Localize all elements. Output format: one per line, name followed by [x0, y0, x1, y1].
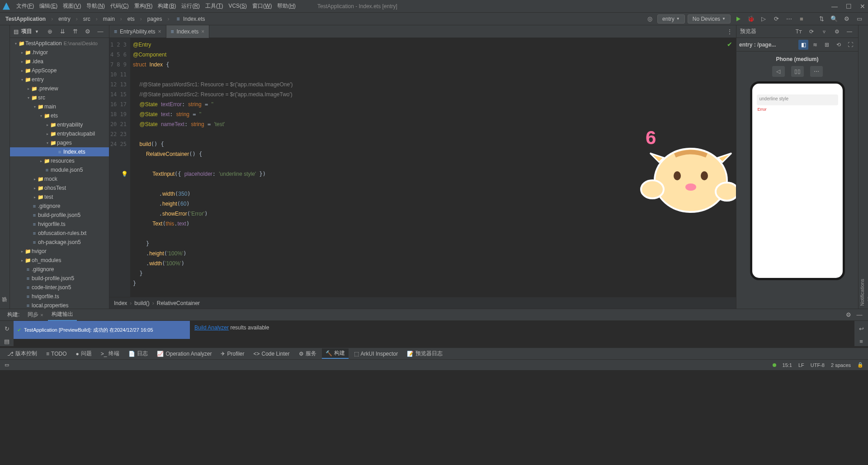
editor-breadcrumb[interactable]: Index›build()›RelativeContainer: [109, 297, 736, 309]
locate-icon[interactable]: ⊕: [45, 27, 55, 37]
tree-item[interactable]: ≡ Index.ets: [10, 147, 109, 156]
build-settings-icon[interactable]: [844, 310, 854, 320]
stop-icon[interactable]: [797, 14, 807, 24]
tree-item[interactable]: ▸📁 .hvigor: [10, 48, 109, 57]
bottom-tool[interactable]: ●问题: [72, 349, 95, 358]
tree-caret-icon[interactable]: ▸: [33, 177, 37, 181]
bottom-tool[interactable]: ⚙服务: [295, 349, 320, 358]
tree-item[interactable]: ▾📁 main: [10, 102, 109, 111]
tree-item[interactable]: ≡ .gitignore: [10, 265, 109, 274]
project-tree[interactable]: ▾📁 TestApplicationE:\nana\Deskto▸📁 .hvig…: [10, 38, 109, 309]
hide-build-icon[interactable]: —: [854, 310, 864, 320]
breadcrumb-segment[interactable]: pages: [146, 15, 164, 23]
tree-item[interactable]: ▸📁 .preview: [10, 84, 109, 93]
tree-caret-icon[interactable]: ▸: [26, 87, 31, 91]
tree-item[interactable]: ▾📁 src: [10, 93, 109, 102]
soft-wrap-icon[interactable]: ↩: [856, 324, 866, 333]
tree-item[interactable]: ▸📁 mock: [10, 174, 109, 183]
maximize-button[interactable]: ☐: [846, 3, 852, 10]
tree-item[interactable]: ▸📁 entrybackupabil: [10, 129, 109, 138]
collapse-icon[interactable]: ⇊: [57, 27, 67, 37]
tree-item[interactable]: ▸📁 oh_modules: [10, 256, 109, 265]
bottom-tool[interactable]: 📈Operation Analyzer: [153, 350, 215, 358]
coverage-icon[interactable]: [759, 14, 769, 24]
tree-caret-icon[interactable]: ▸: [20, 258, 24, 263]
reload-icon[interactable]: [771, 14, 781, 24]
bottom-tool[interactable]: ⎇版本控制: [4, 349, 41, 358]
bottom-tool[interactable]: ✈Profiler: [217, 350, 248, 358]
tree-item[interactable]: ▾📁 entry: [10, 75, 109, 84]
hide-tool-windows-icon[interactable]: ▭: [854, 14, 864, 24]
build-tab[interactable]: 同步×: [24, 309, 47, 320]
breadcrumb-segment[interactable]: ets: [126, 15, 137, 23]
bottom-tool[interactable]: 📄日志: [125, 349, 151, 358]
refresh-preview-icon[interactable]: ⟳: [807, 27, 816, 37]
bottom-tool[interactable]: 🔨构建: [322, 348, 349, 359]
tree-caret-icon[interactable]: ▸: [45, 123, 50, 127]
tree-item[interactable]: ▸📁 .idea: [10, 57, 109, 66]
editor-bc-segment[interactable]: build(): [134, 300, 149, 306]
bottom-tool[interactable]: 📝预览器日志: [403, 349, 446, 358]
tree-caret-icon[interactable]: ▸: [20, 51, 24, 55]
status-indent[interactable]: 2 spaces: [831, 362, 851, 368]
breadcrumb-segment[interactable]: ≡ Index.ets: [173, 15, 207, 23]
editor-bc-segment[interactable]: RelativeContainer: [157, 300, 200, 306]
tree-item[interactable]: ≡ obfuscation-rules.txt: [10, 229, 109, 238]
close-tab-icon[interactable]: ×: [158, 28, 161, 35]
menu-视图[interactable]: 视图(V): [60, 2, 84, 10]
preview-entry-label[interactable]: entry : /page...: [739, 42, 797, 48]
close-icon[interactable]: ×: [40, 312, 43, 318]
bottom-tool[interactable]: <>Code Linter: [250, 350, 293, 358]
scroll-end-icon[interactable]: ≡: [856, 336, 866, 346]
menu-重构[interactable]: 重构(R): [132, 2, 156, 10]
tree-item[interactable]: ▸📁 hvigor: [10, 247, 109, 256]
run-icon[interactable]: [733, 14, 743, 24]
phone-more-icon[interactable]: ⋯: [810, 66, 823, 77]
search-icon[interactable]: [829, 14, 839, 24]
tree-caret-icon[interactable]: ▾: [39, 114, 43, 118]
build-restart-icon[interactable]: ↻: [2, 324, 12, 333]
tree-caret-icon[interactable]: ▸: [33, 195, 37, 199]
minimize-button[interactable]: —: [831, 3, 838, 10]
hide-preview-icon[interactable]: —: [844, 27, 854, 37]
bottom-tool[interactable]: >_终端: [97, 349, 123, 358]
run-config-dropdown[interactable]: entry ▼: [657, 14, 685, 23]
close-tab-icon[interactable]: ×: [201, 28, 204, 35]
tree-caret-icon[interactable]: ▾: [20, 78, 24, 82]
rail-Notifications[interactable]: Notifications: [859, 25, 866, 309]
build-tab[interactable]: 构建输出: [48, 309, 77, 321]
device-selector-dropdown[interactable]: No Devices ▼: [688, 14, 731, 23]
tree-item[interactable]: ≡ hvigorfile.ts: [10, 292, 109, 301]
close-button[interactable]: ✕: [860, 3, 865, 10]
project-view-icon[interactable]: ▤: [14, 28, 19, 35]
hide-panel-icon[interactable]: —: [95, 27, 105, 37]
lightbulb-icon[interactable]: 💡: [121, 169, 128, 179]
build-filter-icon[interactable]: ▤: [2, 336, 12, 346]
tree-item[interactable]: ≡ module.json5: [10, 165, 109, 174]
preview-expand-icon[interactable]: ⛶: [845, 40, 855, 50]
tree-item[interactable]: ▾📁 TestApplicationE:\nana\Deskto: [10, 39, 109, 48]
tree-item[interactable]: ≡ code-linter.json5: [10, 283, 109, 292]
menu-文件[interactable]: 文件(F): [14, 2, 37, 10]
breadcrumb-segment[interactable]: main: [101, 15, 117, 23]
preview-settings-icon[interactable]: ⚙: [832, 27, 842, 37]
expand-icon[interactable]: ⇈: [70, 27, 80, 37]
bottom-tool[interactable]: ≡TODO: [42, 350, 70, 358]
phone-rotate-icon[interactable]: ▯▯: [791, 66, 804, 77]
tree-caret-icon[interactable]: ▸: [20, 60, 24, 64]
menu-运行[interactable]: 运行(R): [179, 2, 203, 10]
phone-back-icon[interactable]: ◁: [772, 66, 785, 77]
tree-caret-icon[interactable]: ▾: [45, 141, 50, 145]
vcs-icon[interactable]: ⇅: [816, 14, 826, 24]
target-icon[interactable]: [645, 14, 655, 24]
tree-item[interactable]: ≡ oh-package.json5: [10, 238, 109, 247]
tree-item[interactable]: ≡ hvigorfile.ts: [10, 220, 109, 229]
menu-代码[interactable]: 代码(C): [108, 2, 132, 10]
preview-grid-icon[interactable]: ⊞: [822, 40, 832, 50]
tree-item[interactable]: ≡ local.properties: [10, 301, 109, 309]
status-lock-icon[interactable]: 🔒: [857, 362, 863, 368]
tree-caret-icon[interactable]: ▸: [33, 186, 37, 190]
preview-mode-icon[interactable]: ◧: [798, 40, 808, 50]
tree-item[interactable]: ▾📁 pages: [10, 138, 109, 147]
menu-帮助[interactable]: 帮助(H): [274, 2, 298, 10]
